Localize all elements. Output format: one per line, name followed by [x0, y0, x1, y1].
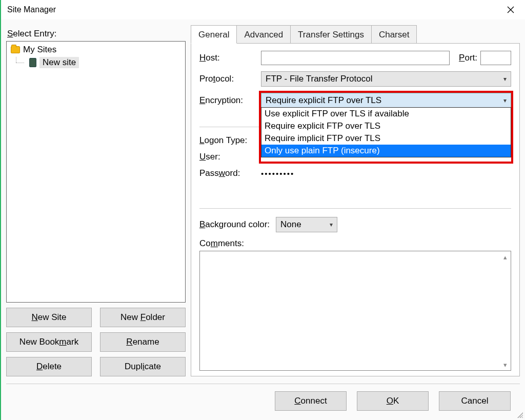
protocol-label: Protocol: [199, 74, 261, 84]
cancel-button[interactable]: Cancel [439, 391, 511, 411]
background-color-label: Background color: [199, 219, 270, 230]
background-color-value: None [280, 219, 301, 230]
server-icon [29, 58, 36, 67]
tree-connector-icon [11, 57, 26, 68]
scroll-up-icon[interactable]: ▴ [500, 252, 510, 262]
tabstrip: General Advanced Transfer Settings Chars… [191, 25, 520, 43]
separator [199, 208, 511, 209]
encryption-dropdown[interactable]: Use explicit FTP over TLS if available R… [261, 107, 511, 157]
encryption-value: Require explicit FTP over TLS [266, 95, 381, 106]
site-manager-window: Site Manager Select Entry: My Sites [0, 0, 525, 420]
row-background-color: Background color: None ▾ [199, 217, 511, 232]
tree-root-my-sites[interactable]: My Sites [9, 44, 183, 56]
chevron-down-icon: ▾ [503, 75, 507, 83]
close-button[interactable] [500, 2, 521, 17]
row-protocol: Protocol: FTP - File Transfer Protocol ▾ [199, 71, 511, 87]
encryption-label: Encryption: [199, 95, 261, 106]
tree-root-label: My Sites [23, 45, 56, 55]
folder-icon [11, 46, 20, 53]
dialog-separator [6, 384, 520, 384]
site-tree[interactable]: My Sites New site [6, 41, 186, 303]
protocol-select[interactable]: FTP - File Transfer Protocol ▾ [261, 71, 511, 87]
encryption-option-1[interactable]: Require explicit FTP over TLS [261, 120, 511, 132]
port-input[interactable] [480, 51, 511, 65]
tree-item-new-site[interactable]: New site [9, 56, 183, 69]
row-password: Password: ••••••••• [199, 168, 511, 178]
password-label: Password: [199, 168, 261, 178]
password-value: ••••••••• [261, 169, 511, 178]
right-column: General Advanced Transfer Settings Chars… [191, 19, 520, 376]
delete-button[interactable]: Delete [6, 357, 92, 376]
scroll-down-icon[interactable]: ▾ [500, 360, 510, 369]
tab-advanced[interactable]: Advanced [236, 25, 291, 43]
row-encryption: Encryption: Require explicit FTP over TL… [199, 93, 511, 108]
connect-button[interactable]: Connect [275, 391, 347, 411]
encryption-option-3[interactable]: Only use plain FTP (insecure) [261, 145, 511, 157]
encryption-option-2[interactable]: Require implicit FTP over TLS [261, 132, 511, 145]
host-label: Host: [199, 53, 261, 63]
new-site-button[interactable]: New Site [6, 308, 92, 327]
protocol-value: FTP - File Transfer Protocol [266, 74, 372, 84]
tab-charset[interactable]: Charset [371, 25, 417, 43]
titlebar: Site Manager [1, 0, 525, 19]
host-input[interactable] [261, 51, 450, 65]
logon-type-label: Logon Type: [199, 135, 261, 146]
user-label: User: [199, 152, 261, 162]
site-action-buttons: New Site New Folder New Bookmark Rename … [6, 308, 186, 376]
tree-item-label: New site [39, 57, 79, 68]
general-panel: Host: Port: Protocol: FTP - File Transfe… [191, 43, 520, 376]
window-title: Site Manager [7, 5, 56, 14]
tab-transfer-settings[interactable]: Transfer Settings [290, 25, 372, 43]
close-icon [507, 6, 514, 13]
port-label: Port: [459, 53, 477, 63]
select-entry-label: Select Entry: [7, 29, 186, 39]
row-host: Host: Port: [199, 51, 511, 65]
new-bookmark-button[interactable]: New Bookmark [6, 332, 92, 352]
resize-grip-icon[interactable] [516, 411, 523, 418]
encryption-select[interactable]: Require explicit FTP over TLS ▾ [261, 93, 511, 108]
chevron-down-icon: ▾ [330, 221, 333, 228]
comments-textarea[interactable]: ▴ ▾ [199, 251, 511, 371]
dialog-buttons: Connect OK Cancel [6, 389, 520, 420]
ok-button[interactable]: OK [357, 391, 429, 411]
background-color-select[interactable]: None ▾ [276, 217, 337, 232]
left-column: Select Entry: My Sites New site New Site [6, 19, 186, 376]
rename-button[interactable]: Rename [100, 332, 186, 352]
chevron-down-icon: ▾ [503, 97, 507, 104]
new-folder-button[interactable]: New Folder [100, 308, 186, 327]
comments-label: Comments: [199, 238, 511, 249]
duplicate-button[interactable]: Duplicate [100, 357, 186, 376]
client-area: Select Entry: My Sites New site New Site [1, 19, 525, 420]
tab-general[interactable]: General [191, 25, 237, 44]
encryption-option-0[interactable]: Use explicit FTP over TLS if available [261, 108, 511, 120]
